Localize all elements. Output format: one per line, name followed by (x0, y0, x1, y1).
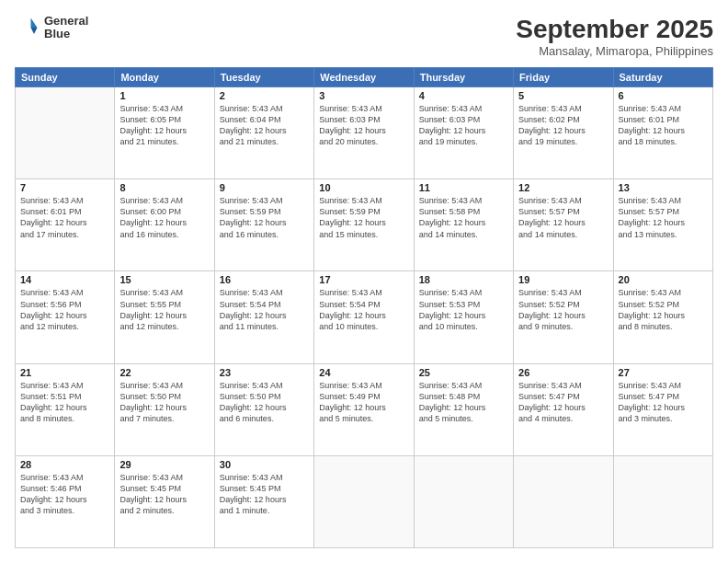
day-info: Sunrise: 5:43 AM Sunset: 6:03 PM Dayligh… (319, 103, 408, 148)
day-number: 18 (419, 274, 508, 285)
day-number: 26 (518, 367, 608, 378)
calendar-cell: 8Sunrise: 5:43 AM Sunset: 6:00 PM Daylig… (115, 179, 214, 271)
day-number: 2 (220, 90, 309, 101)
day-info: Sunrise: 5:43 AM Sunset: 6:04 PM Dayligh… (220, 103, 309, 148)
day-number: 9 (220, 182, 309, 193)
week-row-5: 28Sunrise: 5:43 AM Sunset: 5:46 PM Dayli… (16, 455, 713, 547)
calendar-table: SundayMondayTuesdayWednesdayThursdayFrid… (15, 67, 713, 548)
calendar-cell: 28Sunrise: 5:43 AM Sunset: 5:46 PM Dayli… (16, 455, 115, 547)
day-number: 23 (220, 367, 309, 378)
week-row-4: 21Sunrise: 5:43 AM Sunset: 5:51 PM Dayli… (16, 363, 713, 455)
day-number: 5 (518, 90, 608, 101)
calendar-cell: 5Sunrise: 5:43 AM Sunset: 6:02 PM Daylig… (514, 87, 613, 179)
calendar-cell: 29Sunrise: 5:43 AM Sunset: 5:45 PM Dayli… (115, 455, 214, 547)
week-row-2: 7Sunrise: 5:43 AM Sunset: 6:01 PM Daylig… (16, 179, 713, 271)
calendar-cell (16, 87, 115, 179)
day-info: Sunrise: 5:43 AM Sunset: 5:48 PM Dayligh… (419, 380, 508, 425)
col-header-thursday: Thursday (414, 68, 513, 87)
day-info: Sunrise: 5:43 AM Sunset: 5:57 PM Dayligh… (518, 195, 608, 240)
col-header-sunday: Sunday (16, 68, 115, 87)
day-number: 12 (518, 182, 608, 193)
day-number: 14 (20, 274, 109, 285)
calendar-cell: 15Sunrise: 5:43 AM Sunset: 5:55 PM Dayli… (115, 271, 214, 363)
day-info: Sunrise: 5:43 AM Sunset: 5:51 PM Dayligh… (20, 380, 109, 425)
day-info: Sunrise: 5:43 AM Sunset: 5:46 PM Dayligh… (20, 472, 109, 517)
title-block: September 2025 Mansalay, Mimaropa, Phili… (516, 15, 713, 58)
calendar-cell (613, 455, 712, 547)
day-number: 6 (619, 90, 708, 101)
calendar-cell: 10Sunrise: 5:43 AM Sunset: 5:59 PM Dayli… (314, 179, 414, 271)
calendar-cell: 16Sunrise: 5:43 AM Sunset: 5:54 PM Dayli… (214, 271, 313, 363)
day-info: Sunrise: 5:43 AM Sunset: 5:57 PM Dayligh… (619, 195, 708, 240)
day-number: 7 (20, 182, 109, 193)
calendar-cell: 20Sunrise: 5:43 AM Sunset: 5:52 PM Dayli… (613, 271, 712, 363)
day-info: Sunrise: 5:43 AM Sunset: 5:52 PM Dayligh… (619, 287, 708, 332)
calendar-cell: 9Sunrise: 5:43 AM Sunset: 5:59 PM Daylig… (214, 179, 313, 271)
logo-icon (15, 15, 40, 40)
day-info: Sunrise: 5:43 AM Sunset: 5:50 PM Dayligh… (119, 380, 209, 425)
day-info: Sunrise: 5:43 AM Sunset: 5:54 PM Dayligh… (220, 287, 309, 332)
logo: General Blue (15, 15, 88, 41)
day-number: 19 (518, 274, 608, 285)
calendar-cell: 11Sunrise: 5:43 AM Sunset: 5:58 PM Dayli… (414, 179, 513, 271)
day-number: 13 (619, 182, 708, 193)
logo-line1: General (44, 15, 88, 28)
week-row-3: 14Sunrise: 5:43 AM Sunset: 5:56 PM Dayli… (16, 271, 713, 363)
logo-text: General Blue (44, 15, 88, 41)
day-info: Sunrise: 5:43 AM Sunset: 5:54 PM Dayligh… (319, 287, 408, 332)
day-info: Sunrise: 5:43 AM Sunset: 5:50 PM Dayligh… (220, 380, 309, 425)
calendar-cell: 21Sunrise: 5:43 AM Sunset: 5:51 PM Dayli… (16, 363, 115, 455)
day-number: 3 (319, 90, 408, 101)
col-header-friday: Friday (514, 68, 613, 87)
calendar-cell: 2Sunrise: 5:43 AM Sunset: 6:04 PM Daylig… (214, 87, 313, 179)
calendar-cell: 7Sunrise: 5:43 AM Sunset: 6:01 PM Daylig… (16, 179, 115, 271)
day-info: Sunrise: 5:43 AM Sunset: 5:59 PM Dayligh… (220, 195, 309, 240)
day-number: 29 (119, 459, 209, 470)
calendar-cell: 22Sunrise: 5:43 AM Sunset: 5:50 PM Dayli… (115, 363, 214, 455)
calendar-cell: 27Sunrise: 5:43 AM Sunset: 5:47 PM Dayli… (613, 363, 712, 455)
page: General Blue September 2025 Mansalay, Mi… (0, 0, 728, 563)
week-row-1: 1Sunrise: 5:43 AM Sunset: 6:05 PM Daylig… (16, 87, 713, 179)
calendar-cell: 17Sunrise: 5:43 AM Sunset: 5:54 PM Dayli… (314, 271, 414, 363)
calendar-cell (314, 455, 414, 547)
calendar-cell: 14Sunrise: 5:43 AM Sunset: 5:56 PM Dayli… (16, 271, 115, 363)
day-info: Sunrise: 5:43 AM Sunset: 5:52 PM Dayligh… (518, 287, 608, 332)
calendar-cell: 19Sunrise: 5:43 AM Sunset: 5:52 PM Dayli… (514, 271, 613, 363)
day-info: Sunrise: 5:43 AM Sunset: 6:03 PM Dayligh… (419, 103, 508, 148)
day-info: Sunrise: 5:43 AM Sunset: 6:01 PM Dayligh… (619, 103, 708, 148)
col-header-monday: Monday (115, 68, 214, 87)
calendar-cell (514, 455, 613, 547)
day-info: Sunrise: 5:43 AM Sunset: 6:00 PM Dayligh… (119, 195, 209, 240)
day-number: 4 (419, 90, 508, 101)
svg-marker-0 (31, 18, 38, 29)
day-info: Sunrise: 5:43 AM Sunset: 5:59 PM Dayligh… (319, 195, 408, 240)
day-info: Sunrise: 5:43 AM Sunset: 5:58 PM Dayligh… (419, 195, 508, 240)
col-header-saturday: Saturday (613, 68, 712, 87)
calendar-cell: 1Sunrise: 5:43 AM Sunset: 6:05 PM Daylig… (115, 87, 214, 179)
day-info: Sunrise: 5:43 AM Sunset: 5:47 PM Dayligh… (518, 380, 608, 425)
day-number: 22 (119, 367, 209, 378)
day-info: Sunrise: 5:43 AM Sunset: 5:45 PM Dayligh… (220, 472, 309, 517)
day-info: Sunrise: 5:43 AM Sunset: 5:49 PM Dayligh… (319, 380, 408, 425)
day-number: 28 (20, 459, 109, 470)
calendar-cell: 18Sunrise: 5:43 AM Sunset: 5:53 PM Dayli… (414, 271, 513, 363)
day-number: 8 (119, 182, 209, 193)
col-header-wednesday: Wednesday (314, 68, 414, 87)
day-info: Sunrise: 5:43 AM Sunset: 6:05 PM Dayligh… (119, 103, 209, 148)
calendar-cell (414, 455, 513, 547)
calendar-cell: 6Sunrise: 5:43 AM Sunset: 6:01 PM Daylig… (613, 87, 712, 179)
day-info: Sunrise: 5:43 AM Sunset: 5:45 PM Dayligh… (119, 472, 209, 517)
day-info: Sunrise: 5:43 AM Sunset: 6:02 PM Dayligh… (518, 103, 608, 148)
day-number: 1 (119, 90, 209, 101)
day-info: Sunrise: 5:43 AM Sunset: 5:56 PM Dayligh… (20, 287, 109, 332)
day-info: Sunrise: 5:43 AM Sunset: 6:01 PM Dayligh… (20, 195, 109, 240)
logo-line2: Blue (44, 28, 88, 40)
location: Mansalay, Mimaropa, Philippines (516, 44, 713, 58)
day-number: 25 (419, 367, 508, 378)
calendar-cell: 13Sunrise: 5:43 AM Sunset: 5:57 PM Dayli… (613, 179, 712, 271)
day-info: Sunrise: 5:43 AM Sunset: 5:47 PM Dayligh… (619, 380, 708, 425)
calendar-cell: 3Sunrise: 5:43 AM Sunset: 6:03 PM Daylig… (314, 87, 414, 179)
day-info: Sunrise: 5:43 AM Sunset: 5:53 PM Dayligh… (419, 287, 508, 332)
day-info: Sunrise: 5:43 AM Sunset: 5:55 PM Dayligh… (119, 287, 209, 332)
svg-marker-1 (31, 28, 38, 34)
